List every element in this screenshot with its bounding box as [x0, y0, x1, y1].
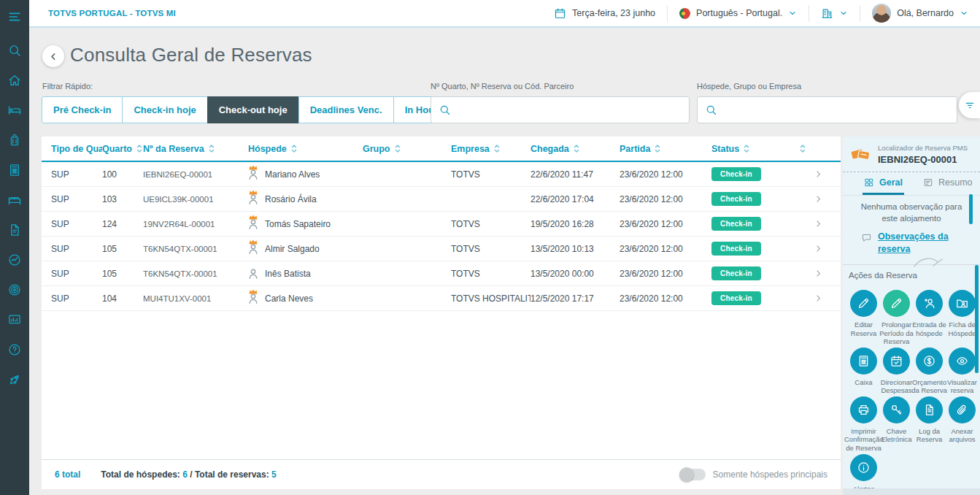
language-selector[interactable]: Português - Portugal.	[668, 8, 809, 19]
column-header[interactable]	[795, 144, 814, 153]
dollar-icon	[916, 348, 943, 375]
panel-scrollbar[interactable]	[975, 265, 979, 373]
topbar: TOTVS PORTUGAL - TOTVS MI Terça-feira, 2…	[29, 0, 980, 28]
column-header[interactable]: Chegada	[530, 144, 620, 154]
cell-departure: 23/6/2020 12:00	[620, 219, 711, 229]
rocket-icon[interactable]	[7, 372, 22, 387]
reservation-action-button[interactable]: Prolongar Período da Reserva	[880, 290, 913, 346]
table-row[interactable]: SUP 103 UE9ICL39K-00001 Rosário Ávila 22…	[42, 187, 841, 212]
reservation-action-button[interactable]: Visualizar reserva	[946, 348, 979, 395]
chevron-right-icon[interactable]	[814, 219, 832, 229]
column-header[interactable]: Empresa	[451, 144, 530, 154]
dashboard-icon[interactable]	[7, 312, 22, 327]
reservation-action-button[interactable]: Editar Reserva	[847, 290, 880, 346]
guest-search	[697, 96, 957, 123]
guest-name: Rosário Ávila	[265, 194, 317, 204]
observation-scrollbar[interactable]	[969, 194, 973, 224]
table-row[interactable]: SUP 105 T6KN54QTX-00001 Inês Batista TOT…	[42, 261, 841, 286]
document-icon[interactable]	[7, 223, 22, 237]
filter-button[interactable]: Deadlines Venc.	[298, 96, 394, 123]
funnel-icon	[964, 99, 976, 111]
cell-arrival: 19/5/2020 16:28	[530, 219, 620, 229]
reservation-action-button[interactable]: Ficha de Hóspede	[946, 290, 979, 346]
sort-icon	[574, 144, 579, 153]
avatar	[872, 4, 891, 23]
reservation-observations-link[interactable]: Observações da reserva	[843, 224, 980, 256]
room-search-input[interactable]	[457, 105, 682, 115]
user-menu[interactable]: Olá, Bernardo	[860, 4, 980, 23]
panel-tab[interactable]: Resumo	[922, 172, 974, 195]
reservation-action-button[interactable]: Anexar arquivos	[946, 396, 979, 453]
target-icon[interactable]	[7, 283, 22, 297]
chevron-right-icon[interactable]	[814, 269, 832, 278]
panel-horizontal-scrollbar-track[interactable]	[843, 488, 980, 495]
panel-tab[interactable]: Geral	[863, 172, 904, 195]
suitcase-icon[interactable]	[7, 133, 22, 147]
status-badge: Check-in	[711, 167, 761, 181]
column-header[interactable]: Status	[711, 144, 795, 154]
reservation-action-button[interactable]: Chave Eletrónica	[880, 396, 913, 453]
column-header[interactable]: Grupo	[363, 144, 451, 154]
cell-company: TOTVS	[451, 169, 530, 180]
chevron-right-icon[interactable]	[814, 194, 832, 204]
table-row[interactable]: SUP 104 MUI4TU1XV-0001 Carla Neves TOTVS…	[42, 286, 841, 311]
analytics-icon[interactable]	[7, 253, 22, 267]
guest-icon	[248, 168, 258, 180]
property-selector[interactable]	[809, 7, 860, 20]
date-display[interactable]: Terça-feira, 23 junho	[542, 7, 667, 20]
table-row[interactable]: SUP 124 19NV2R64L-00001 Tomás Sapateiro …	[42, 212, 841, 237]
column-header[interactable]: Quarto	[102, 144, 143, 154]
help-icon[interactable]	[7, 342, 22, 357]
chevron-right-icon[interactable]	[814, 244, 832, 253]
cell-reservation-number: MUI4TU1XV-0001	[143, 294, 248, 303]
advanced-filter-button[interactable]	[959, 92, 980, 118]
column-header[interactable]: Tipo de Quar	[51, 144, 102, 154]
sort-icon	[291, 144, 297, 153]
chevron-right-icon[interactable]	[814, 293, 832, 303]
main-guest-crown-icon	[249, 165, 258, 170]
reservation-action-button[interactable]: Log da Reserva	[913, 396, 946, 453]
room-search-label: Nº Quarto, Nº Reserva ou Cód. Parceiro	[431, 82, 574, 91]
back-button[interactable]	[42, 45, 64, 67]
reservation-action-button[interactable]: Alertas	[847, 454, 880, 494]
building-icon	[821, 7, 833, 20]
filter-button[interactable]: Check-in hoje	[122, 96, 207, 123]
log-icon	[916, 396, 943, 423]
cell-departure: 23/6/2020 12:00	[620, 194, 711, 204]
cell-departure: 23/6/2020 12:00	[620, 169, 711, 180]
calculator-icon[interactable]	[7, 163, 22, 177]
filter-button[interactable]: Check-out hoje	[207, 96, 299, 123]
cell-arrival: 12/5/2020 17:17	[530, 293, 620, 304]
bed-icon[interactable]	[7, 193, 22, 207]
cell-reservation-number: T6KN54QTX-00001	[143, 269, 248, 278]
reservation-action-button[interactable]: Imprimir Confirmação de Reserva	[847, 396, 880, 453]
guest-name: Tomás Sapateiro	[265, 219, 331, 229]
cell-departure: 23/6/2020 12:00	[620, 269, 711, 279]
reservation-action-button[interactable]: Orçamento da Reserva	[913, 348, 946, 395]
pencil-icon	[850, 290, 877, 317]
person-plus-icon	[916, 290, 943, 317]
column-header[interactable]: Partida	[620, 144, 711, 154]
sort-icon	[800, 144, 806, 153]
search-icon[interactable]	[7, 43, 22, 58]
column-header[interactable]: Nº da Reserva	[143, 144, 248, 154]
reservation-action-button[interactable]: Caixa	[847, 348, 880, 395]
filter-button[interactable]: Pré Check-in	[42, 96, 123, 123]
main-guests-toggle[interactable]	[679, 469, 706, 480]
cell-arrival: 13/5/2020 10:13	[530, 244, 620, 254]
home-icon[interactable]	[7, 73, 22, 88]
cell-room: 105	[102, 244, 143, 254]
menu-icon[interactable]	[7, 9, 22, 23]
guest-icon	[248, 218, 258, 230]
table-row[interactable]: SUP 100 IEBNI26EQ-00001 Mariano Alves TO…	[42, 162, 841, 187]
column-header[interactable]: Hóspede	[248, 144, 363, 154]
bed-guest-icon[interactable]	[7, 103, 22, 118]
reservation-action-button[interactable]: Direcionar Despesas	[880, 348, 913, 395]
guest-search-input[interactable]	[723, 105, 949, 115]
main-guest-crown-icon	[249, 215, 258, 220]
chevron-right-icon[interactable]	[814, 169, 832, 179]
app-title[interactable]: TOTVS PORTUGAL - TOTVS MI	[48, 9, 176, 18]
table-row[interactable]: SUP 105 T6KN54QTX-00001 Almir Salgado TO…	[42, 237, 841, 261]
reservation-action-button[interactable]: Entrada de hóspede	[913, 290, 946, 346]
toggle-knob	[679, 467, 694, 482]
